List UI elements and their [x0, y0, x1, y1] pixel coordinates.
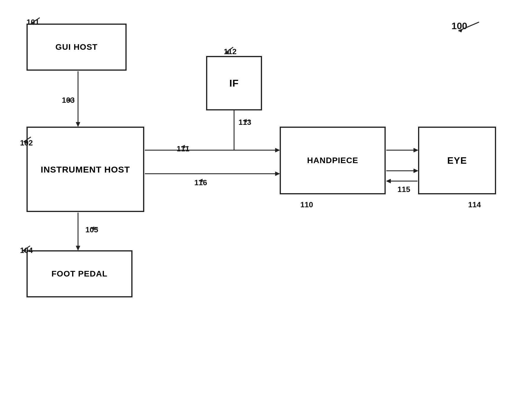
ref-114: 114	[468, 200, 481, 209]
ref-113: 113	[238, 118, 251, 127]
gui-host-label: GUI HOST	[55, 42, 97, 52]
svg-marker-17	[275, 172, 280, 176]
svg-marker-24	[386, 179, 391, 183]
foot-pedal-label: FOOT PEDAL	[52, 269, 107, 279]
ref-100: 100	[452, 21, 467, 32]
ref-112: 112	[224, 47, 236, 56]
svg-marker-22	[414, 169, 418, 173]
svg-marker-11	[76, 122, 80, 127]
ref-103: 103	[62, 96, 74, 105]
handpiece-label: HANDPIECE	[307, 156, 358, 165]
diagram: 100 GUI HOST 101 INSTRUMENT HOST 102 FOO…	[0, 0, 532, 414]
svg-marker-13	[76, 246, 80, 250]
ref-102: 102	[20, 138, 33, 148]
instrument-host-box: INSTRUMENT HOST	[26, 127, 144, 212]
ref-110: 110	[300, 200, 313, 209]
svg-marker-20	[414, 148, 418, 152]
eye-label: EYE	[447, 155, 467, 166]
eye-box: EYE	[418, 127, 496, 194]
gui-host-box: GUI HOST	[26, 24, 127, 71]
if-box: IF	[206, 56, 262, 110]
handpiece-box: HANDPIECE	[280, 127, 386, 194]
ref-105: 105	[85, 225, 98, 234]
ref-116: 116	[194, 178, 207, 187]
ref-104: 104	[20, 246, 33, 255]
foot-pedal-box: FOOT PEDAL	[26, 250, 132, 297]
svg-marker-15	[275, 148, 280, 152]
ref-111: 111	[177, 144, 189, 153]
instrument-host-label: INSTRUMENT HOST	[41, 164, 130, 175]
ref-115: 115	[397, 185, 410, 194]
if-label: IF	[229, 77, 239, 89]
ref-101: 101	[26, 18, 39, 27]
